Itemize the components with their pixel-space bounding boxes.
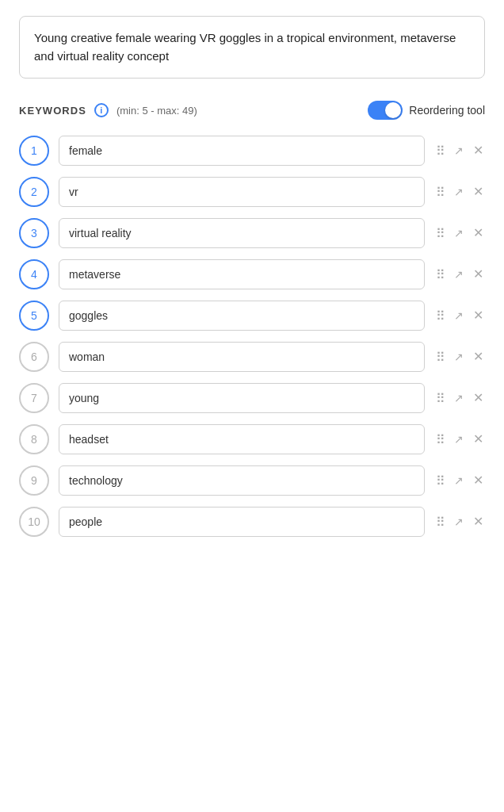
keyword-actions-9: ⠿ ↗ ✕ [434,473,485,488]
drag-handle-icon[interactable]: ⠿ [434,473,446,488]
keyword-row: 5 ⠿ ↗ ✕ [19,301,485,331]
drag-handle-icon[interactable]: ⠿ [434,185,446,200]
reordering-toggle-label: Reordering tool [409,104,485,117]
keyword-input-8[interactable] [59,424,425,454]
keyword-actions-1: ⠿ ↗ ✕ [434,144,485,159]
remove-keyword-button[interactable]: ✕ [472,515,485,528]
drag-handle-icon[interactable]: ⠿ [434,144,446,159]
keyword-row: 1 ⠿ ↗ ✕ [19,136,485,166]
remove-keyword-button[interactable]: ✕ [472,309,485,322]
keyword-number-8: 8 [19,424,49,454]
remove-keyword-button[interactable]: ✕ [472,186,485,198]
keyword-input-5[interactable] [59,301,425,331]
drag-handle-icon[interactable]: ⠿ [434,226,446,241]
move-up-icon[interactable]: ↗ [452,515,465,528]
move-up-icon[interactable]: ↗ [452,392,465,404]
keyword-actions-8: ⠿ ↗ ✕ [434,432,485,447]
move-up-icon[interactable]: ↗ [452,144,465,157]
keyword-number-4: 4 [19,259,49,289]
remove-keyword-button[interactable]: ✕ [472,392,485,404]
keyword-number-9: 9 [19,465,49,496]
remove-keyword-button[interactable]: ✕ [472,474,485,487]
move-up-icon[interactable]: ↗ [452,474,465,487]
info-icon[interactable]: i [94,103,109,117]
remove-keyword-button[interactable]: ✕ [472,268,485,281]
remove-keyword-button[interactable]: ✕ [472,144,485,157]
keyword-number-7: 7 [19,383,49,413]
keyword-row: 3 ⠿ ↗ ✕ [19,218,485,248]
keyword-number-2: 2 [19,177,49,207]
keyword-actions-10: ⠿ ↗ ✕ [434,515,485,530]
keyword-number-1: 1 [19,136,49,166]
move-up-icon[interactable]: ↗ [452,268,465,281]
move-up-icon[interactable]: ↗ [452,309,465,322]
keyword-row: 2 ⠿ ↗ ✕ [19,177,485,207]
keyword-input-9[interactable] [59,465,425,496]
drag-handle-icon[interactable]: ⠿ [434,308,446,324]
keywords-header: KEYWORDS i (min: 5 - max: 49) Reordering… [19,101,485,120]
reordering-tool-wrapper: Reordering tool [368,101,485,120]
keyword-actions-3: ⠿ ↗ ✕ [434,226,485,241]
keyword-number-5: 5 [19,301,49,331]
move-up-icon[interactable]: ↗ [452,186,465,198]
description-text: Young creative female wearing VR goggles… [19,16,485,79]
remove-keyword-button[interactable]: ✕ [472,433,485,446]
drag-handle-icon[interactable]: ⠿ [434,350,446,365]
keywords-label: KEYWORDS [19,105,86,117]
keyword-input-7[interactable] [59,383,425,413]
keyword-row: 6 ⠿ ↗ ✕ [19,342,485,372]
remove-keyword-button[interactable]: ✕ [472,350,485,363]
keyword-actions-4: ⠿ ↗ ✕ [434,267,485,282]
move-up-icon[interactable]: ↗ [452,227,465,239]
keyword-actions-7: ⠿ ↗ ✕ [434,391,485,406]
keyword-actions-6: ⠿ ↗ ✕ [434,350,485,365]
keyword-actions-2: ⠿ ↗ ✕ [434,185,485,200]
drag-handle-icon[interactable]: ⠿ [434,432,446,447]
keyword-number-6: 6 [19,342,49,372]
keyword-row: 8 ⠿ ↗ ✕ [19,424,485,454]
keywords-list: 1 ⠿ ↗ ✕ 2 ⠿ ↗ ✕ 3 ⠿ ↗ ✕ 4 ⠿ ↗ ✕ 5 [19,136,485,537]
move-up-icon[interactable]: ↗ [452,433,465,446]
reordering-toggle[interactable] [368,101,403,120]
keyword-input-3[interactable] [59,218,425,248]
drag-handle-icon[interactable]: ⠿ [434,267,446,282]
keyword-actions-5: ⠿ ↗ ✕ [434,308,485,324]
keyword-input-10[interactable] [59,507,425,537]
remove-keyword-button[interactable]: ✕ [472,227,485,239]
keyword-input-6[interactable] [59,342,425,372]
move-up-icon[interactable]: ↗ [452,350,465,363]
keyword-input-4[interactable] [59,259,425,289]
keyword-row: 4 ⠿ ↗ ✕ [19,259,485,289]
keyword-row: 9 ⠿ ↗ ✕ [19,465,485,496]
keyword-row: 7 ⠿ ↗ ✕ [19,383,485,413]
keyword-number-3: 3 [19,218,49,248]
keywords-range: (min: 5 - max: 49) [116,105,197,117]
drag-handle-icon[interactable]: ⠿ [434,515,446,530]
drag-handle-icon[interactable]: ⠿ [434,391,446,406]
keyword-number-10: 10 [19,507,49,537]
keyword-row: 10 ⠿ ↗ ✕ [19,507,485,537]
keyword-input-2[interactable] [59,177,425,207]
keyword-input-1[interactable] [59,136,425,166]
